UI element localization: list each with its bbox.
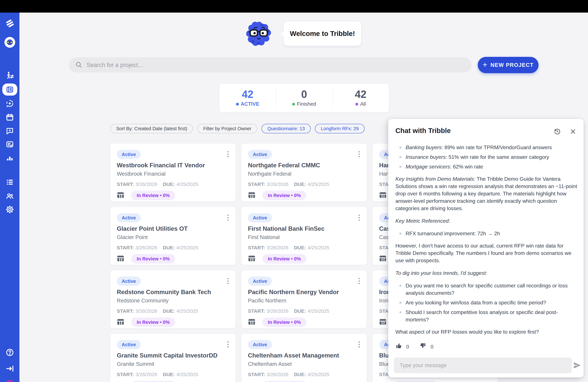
card-menu-kebab-icon[interactable]	[226, 340, 230, 348]
start-date: 3/26/2026	[135, 372, 157, 377]
project-card[interactable]: ActiveRedstone Community Bank TechRedsto…	[110, 270, 235, 328]
start-date: 3/26/2026	[267, 245, 288, 250]
search-input[interactable]	[82, 57, 471, 73]
help-icon[interactable]	[5, 348, 14, 357]
stat-active[interactable]: 42 ACTIVE	[219, 84, 276, 112]
sidebar: TK	[0, 13, 20, 382]
project-card[interactable]: ActivePacific Northern Energy VendorPaci…	[241, 270, 367, 328]
analytics-bars-icon[interactable]	[6, 154, 14, 162]
user-avatar[interactable]: TK	[5, 380, 15, 382]
send-message-button[interactable]	[573, 361, 581, 370]
stat-finished[interactable]: 0 Finished	[276, 84, 332, 112]
project-card[interactable]: ActiveGlacier Point Utilities OTGlacier …	[110, 207, 235, 265]
chat-bullet-item: Should I search for competitive loss ana…	[396, 309, 577, 323]
project-title: First National Bank FinSec	[248, 225, 325, 232]
start-date: 3/26/2026	[267, 308, 288, 314]
tasks-list-icon[interactable]	[5, 140, 14, 149]
tribble-mascot	[245, 20, 273, 48]
table-icon	[117, 192, 124, 199]
menu-list-icon[interactable]	[5, 178, 14, 186]
chat-ai-icon[interactable]	[5, 127, 14, 135]
status-badge: Active	[248, 213, 272, 222]
chat-message: Banking buyers: 89% win rate for TPRM/Ve…	[396, 144, 577, 351]
project-client: Pacific Northern	[248, 297, 286, 304]
card-dates: START:3/26/2026DUE:4/25/2025	[248, 372, 335, 377]
sidebar-item-projects-active[interactable]	[2, 84, 17, 96]
filter-chip-longform-rfx[interactable]: Longform RFx: 29	[315, 124, 365, 133]
table-icon	[248, 255, 255, 263]
filter-chip-sort[interactable]: Sort By: Created Date (latest first)	[110, 124, 193, 133]
card-menu-kebab-icon[interactable]	[357, 213, 361, 222]
people-icon[interactable]	[5, 192, 14, 200]
card-dates: START:3/26/2026DUE:4/25/2025	[248, 308, 335, 314]
agent-walk-icon[interactable]	[5, 71, 14, 80]
project-card[interactable]: ActiveGranite Summit Capital InvestorDDG…	[110, 334, 235, 382]
project-card[interactable]: ActiveNorthgate Federal CMMCNorthgate Fe…	[241, 144, 367, 201]
start-date: 3/26/2026	[267, 372, 288, 377]
card-menu-kebab-icon[interactable]	[357, 150, 361, 158]
chat-bullet-item: Do you want me to search for specific cu…	[396, 282, 577, 297]
card-menu-kebab-icon[interactable]	[226, 213, 230, 222]
chat-paragraph: What aspect of our RFP losses would you …	[396, 328, 577, 336]
chat-feedback: 00	[396, 342, 577, 351]
status-badge: Active	[248, 150, 272, 159]
top-black-bar	[0, 0, 588, 13]
review-progress-pill: In Review • 0%	[131, 381, 175, 382]
due-label: DUE:	[163, 372, 175, 377]
start-date: 3/26/2026	[135, 245, 157, 250]
project-title: Granite Summit Capital InvestorDD	[117, 352, 218, 359]
project-card[interactable]: ActiveCheltenham Asset ManagementChelten…	[241, 334, 367, 382]
card-menu-kebab-icon[interactable]	[357, 340, 361, 348]
search-icon	[75, 61, 82, 69]
review-progress-pill: In Review • 0%	[131, 254, 175, 264]
due-label: DUE:	[294, 182, 306, 187]
start-label: START:	[117, 182, 134, 187]
welcome-text: Welcome to Tribble!	[290, 30, 355, 38]
table-icon	[117, 318, 124, 326]
project-client: Northgate Federal	[248, 171, 291, 177]
card-menu-kebab-icon[interactable]	[226, 277, 230, 285]
card-menu-kebab-icon[interactable]	[357, 277, 361, 285]
stat-all[interactable]: 42 All	[332, 84, 389, 112]
chat-paragraph: However, I don't have access to our actu…	[396, 242, 577, 264]
chat-history-icon[interactable]	[554, 128, 561, 136]
start-label: START:	[117, 245, 134, 250]
chat-close-icon[interactable]	[569, 128, 576, 136]
filter-chip-questionnaire[interactable]: Questionnaire: 13	[261, 124, 311, 133]
due-date: 4/25/2025	[176, 245, 198, 250]
active-count: 42	[242, 89, 253, 100]
due-label: DUE:	[294, 245, 306, 250]
project-title: Northgate Federal CMMC	[248, 162, 320, 169]
chat-bullet-list: Banking buyers: 89% win rate for TPRM/Ve…	[396, 144, 577, 170]
chat-bullet-item: Banking buyers: 89% win rate for TPRM/Ve…	[396, 144, 577, 151]
sign-out-icon[interactable]	[5, 364, 14, 373]
chat-bullet-item: Insurance buyers: 51% win rate for the s…	[396, 153, 577, 161]
thumbs-up-icon[interactable]	[396, 342, 402, 351]
finished-label: Finished	[297, 101, 316, 107]
start-date: 3/26/2026	[267, 182, 288, 187]
project-client: First National	[248, 234, 280, 240]
thumbs-down-icon[interactable]	[420, 342, 426, 351]
project-card[interactable]: ActiveFirst National Bank FinSecFirst Na…	[241, 207, 367, 265]
sync-ai-icon[interactable]	[5, 99, 14, 108]
card-dates: START:3/26/2026DUE:4/25/2025	[117, 245, 204, 251]
filter-chip-owner[interactable]: Filter by Project Owner	[197, 124, 257, 133]
calendar-icon[interactable]	[5, 113, 14, 122]
review-progress-pill: In Review • 0%	[131, 318, 175, 327]
settings-gear-icon[interactable]	[5, 205, 14, 214]
project-search	[69, 57, 471, 73]
thumbs-up-count: 0	[406, 343, 409, 350]
tribble-logo-icon[interactable]	[5, 19, 15, 29]
card-menu-kebab-icon[interactable]	[226, 150, 230, 158]
start-date: 3/26/2026	[135, 308, 157, 314]
all-dot	[356, 103, 358, 106]
table-icon	[117, 255, 124, 263]
table-icon	[379, 192, 387, 199]
new-project-button[interactable]: + NEW PROJECT	[478, 57, 539, 73]
project-card[interactable]: ActiveWestbrook Financial IT VendorWestb…	[110, 144, 235, 201]
chat-message-input[interactable]	[394, 358, 572, 373]
chat-bullet-item: RFX turnaround improvement: 72h → 2h	[396, 230, 577, 237]
card-dates: START:3/26/2026DUE:4/25/2025	[117, 372, 204, 377]
tribble-avatar-icon[interactable]	[4, 37, 15, 48]
chat-paragraph: Key Metric Referenced:	[396, 217, 577, 225]
